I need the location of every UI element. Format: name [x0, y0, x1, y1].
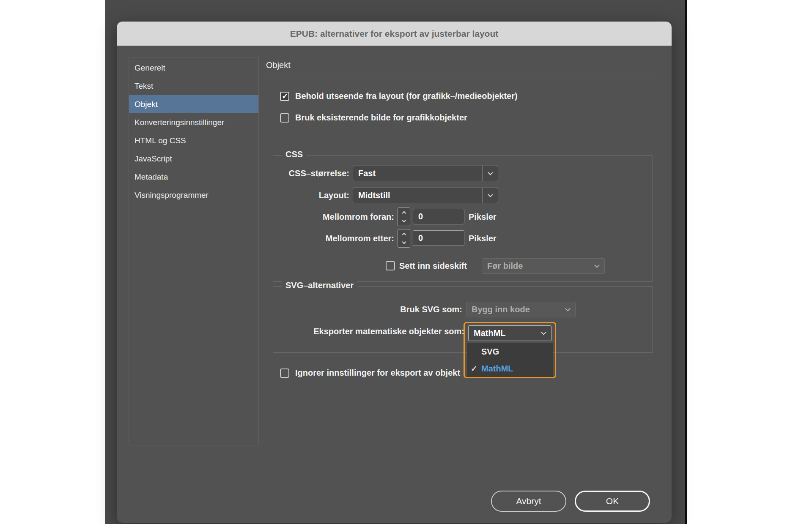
sidebar: Generelt Tekst Objekt Konverteringsinnst…: [129, 57, 259, 445]
css-size-dropdown[interactable]: Fast: [353, 166, 498, 181]
menu-item-svg-label: SVG: [481, 347, 499, 357]
chevron-down-icon[interactable]: [398, 217, 410, 226]
panel-title-divider: [266, 77, 653, 77]
use-svg-value: Bygg inn kode: [466, 305, 560, 314]
css-layout-dropdown[interactable]: Midtstill: [353, 188, 498, 203]
use-svg-dropdown[interactable]: Bygg inn kode: [466, 302, 576, 317]
ignore-export-checkbox[interactable]: [280, 368, 289, 378]
space-before-unit: Piksler: [469, 211, 497, 222]
sidebar-item-javascript[interactable]: JavaScript: [129, 150, 258, 168]
export-math-label: Eksporter matematiske objekter som:: [256, 326, 464, 337]
sidebar-item-generelt[interactable]: Generelt: [129, 59, 258, 77]
css-layout-value: Midtstill: [353, 191, 483, 200]
chevron-down-icon: [483, 188, 498, 203]
space-after-input[interactable]: 0: [413, 230, 464, 246]
menu-item-mathml[interactable]: MathML: [467, 360, 553, 377]
chevron-down-icon: [589, 259, 604, 273]
sidebar-item-html-og-css[interactable]: HTML og CSS: [129, 131, 258, 150]
space-after-label: Mellomrom etter:: [244, 233, 394, 244]
use-svg-label: Bruk SVG som:: [277, 304, 462, 315]
dialog-titlebar[interactable]: EPUB: alternativer for eksport av juster…: [117, 22, 672, 46]
ignore-export-label: Ignorer innstillinger for eksport av obj…: [295, 367, 460, 378]
preserve-appearance-checkbox[interactable]: [280, 92, 289, 101]
space-before-stepper[interactable]: [398, 207, 410, 226]
sidebar-item-tekst[interactable]: Tekst: [129, 77, 258, 95]
css-size-value: Fast: [353, 169, 483, 178]
desktop-right-area: [687, 0, 812, 524]
dialog-title: EPUB: alternativer for eksport av juster…: [290, 29, 499, 38]
checkmark-icon: [467, 364, 481, 374]
export-math-menu: SVG MathML: [467, 343, 553, 377]
sidebar-item-objekt[interactable]: Objekt: [129, 95, 258, 113]
css-group-legend: CSS: [282, 150, 307, 159]
menu-item-svg[interactable]: SVG: [467, 343, 553, 360]
ok-button[interactable]: OK: [575, 491, 650, 512]
chevron-down-icon: [560, 302, 575, 317]
export-math-combo-open: MathML SVG MathML: [464, 322, 556, 378]
page-break-value: Før bilde: [482, 261, 589, 271]
space-before-input[interactable]: 0: [413, 209, 464, 224]
sidebar-item-konverteringsinnstillinger[interactable]: Konverteringsinnstillinger: [129, 113, 258, 131]
export-math-dropdown[interactable]: MathML: [468, 325, 551, 341]
chevron-up-icon[interactable]: [398, 208, 410, 217]
chevron-down-icon: [483, 166, 498, 181]
desktop-left-area: [0, 0, 105, 524]
menu-item-mathml-label: MathML: [481, 364, 513, 374]
css-layout-label: Layout:: [244, 190, 349, 201]
export-math-value: MathML: [469, 328, 536, 338]
space-after-stepper[interactable]: [398, 229, 410, 248]
svg-group: SVG–alternativer: [273, 286, 653, 353]
sidebar-item-metadata[interactable]: Metadata: [129, 168, 258, 186]
use-existing-image-checkbox[interactable]: [280, 113, 289, 123]
page-break-dropdown[interactable]: Før bilde: [482, 258, 605, 274]
space-after-unit: Piksler: [469, 233, 497, 244]
space-before-label: Mellomrom foran:: [244, 211, 394, 222]
cancel-button[interactable]: Avbryt: [491, 491, 566, 512]
use-existing-image-label: Bruk eksisterende bilde for grafikkobjek…: [295, 112, 467, 123]
chevron-down-icon: [536, 326, 551, 341]
page-break-checkbox[interactable]: [386, 261, 395, 270]
epub-export-options-dialog: EPUB: alternativer for eksport av juster…: [117, 22, 672, 523]
panel-title: Objekt: [266, 60, 291, 70]
preserve-appearance-label: Behold utseende fra layout (for grafikk–…: [295, 90, 518, 101]
chevron-down-icon[interactable]: [398, 238, 410, 247]
css-size-label: CSS–størrelse:: [244, 168, 349, 179]
page-break-label: Sett inn sideskift: [399, 260, 467, 271]
chevron-up-icon[interactable]: [398, 229, 410, 238]
sidebar-item-visningsprogrammer[interactable]: Visningsprogrammer: [129, 186, 258, 204]
svg-group-legend: SVG–alternativer: [282, 281, 357, 290]
